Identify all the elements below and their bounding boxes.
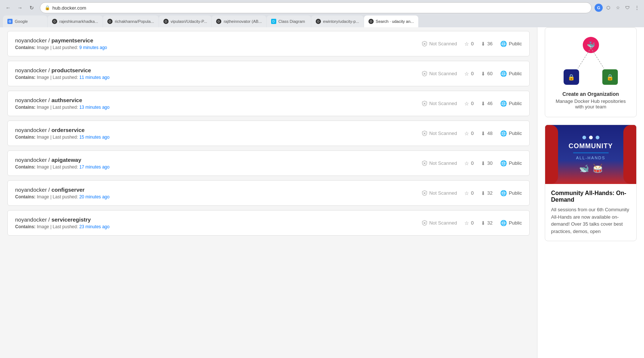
shield-x-icon	[422, 160, 427, 166]
repo-card-authservice[interactable]: noyandocker / authservice Contains: Imag…	[7, 91, 530, 116]
forward-button[interactable]: →	[15, 3, 25, 13]
globe-icon: 🌐	[500, 70, 507, 77]
shield-x-icon	[422, 131, 427, 136]
downloads-stat: ⬇ 36	[481, 41, 492, 47]
repo-meta-apigateway: Contains: Image | Last pushed: 17 minute…	[15, 164, 422, 170]
globe-icon: 🌐	[500, 220, 507, 226]
repo-card-apigateway[interactable]: noyandocker / apigateway Contains: Image…	[7, 150, 530, 176]
last-pushed-label: Last pushed:	[53, 105, 79, 110]
last-pushed-label: Last pushed:	[53, 224, 79, 229]
org-promo-card: 🐳 🔒 🔒 Create an	[545, 27, 637, 117]
stars-stat: ☆ 0	[464, 220, 474, 226]
browser-tabs: G Google ⊙ rajeshkumarkhadka... ⊙ richak…	[3, 15, 641, 27]
visibility-badge: 🌐 Public	[500, 70, 522, 77]
not-scanned-text: Not Scanned	[429, 190, 457, 196]
promo-image: 🐳 🔒 🔒	[553, 35, 629, 87]
not-scanned-badge: Not Scanned	[422, 71, 457, 77]
globe-icon: 🌐	[500, 100, 507, 107]
repo-card-orderservice[interactable]: noyandocker / orderservice Contains: Ima…	[7, 121, 530, 146]
page: noyandocker / paymentservice Contains: I…	[0, 27, 644, 358]
shield-x-icon	[422, 41, 427, 47]
visibility-text: Public	[509, 190, 522, 196]
main-content: noyandocker / paymentservice Contains: I…	[0, 27, 537, 358]
contains-label: Contains:	[15, 75, 37, 80]
repo-name-productservice: noyandocker / productservice	[15, 67, 422, 73]
back-button[interactable]: ←	[3, 3, 13, 13]
globe-icon: 🌐	[500, 190, 507, 197]
repo-meta-serviceregistry: Contains: Image | Last pushed: 23 minute…	[15, 224, 422, 229]
curtain-left	[545, 125, 558, 184]
tab-rajesh[interactable]: ⊙ rajeshkumarkhadka...	[48, 15, 103, 27]
repo-list: noyandocker / paymentservice Contains: I…	[7, 27, 530, 244]
repo-stats-serviceregistry: Not Scanned ☆ 0 ⬇ 32 🌐 Public	[422, 220, 522, 226]
not-scanned-text: Not Scanned	[429, 101, 457, 106]
tab-google[interactable]: G Google	[3, 15, 47, 27]
tab-label-classdiagram: Class Diagram	[278, 19, 307, 24]
not-scanned-text: Not Scanned	[429, 71, 457, 76]
repo-name-bold: paymentservice	[51, 37, 93, 44]
contains-value: Image	[37, 224, 49, 229]
repo-card-serviceregistry[interactable]: noyandocker / serviceregistry Contains: …	[7, 210, 530, 236]
shield-action-icon[interactable]: 🛡	[623, 4, 631, 12]
lock-icon: 🔒	[45, 5, 50, 10]
visibility-text: Public	[509, 41, 522, 46]
tab-favicon-gh1: ⊙	[52, 19, 57, 24]
repo-meta-productservice: Contains: Image | Last pushed: 11 minute…	[15, 75, 422, 80]
repo-stats-configserver: Not Scanned ☆ 0 ⬇ 32 🌐 Public	[422, 190, 522, 197]
repo-name-apigateway: noyandocker / apigateway	[15, 157, 422, 163]
downloads-stat: ⬇ 30	[481, 160, 492, 166]
downloads-stat: ⬇ 32	[481, 220, 492, 226]
stars-stat: ☆ 0	[464, 101, 474, 107]
repo-info-apigateway: noyandocker / apigateway Contains: Image…	[15, 157, 422, 170]
star-stat-icon: ☆	[464, 41, 469, 47]
star-icon[interactable]: ☆	[614, 4, 622, 12]
tab-favicon-google: G	[7, 19, 13, 24]
tab-active[interactable]: ⊙ Search · udacity an...	[364, 15, 418, 27]
address-bar[interactable]: 🔒 hub.docker.com	[40, 2, 592, 13]
stars-stat: ☆ 0	[464, 160, 474, 166]
star-stat-icon: ☆	[464, 71, 469, 77]
community-event-card: community ALL-HANDS 🐋 🥁 Community All-Ha…	[545, 125, 637, 241]
extensions-icon[interactable]: ⬡	[604, 4, 612, 12]
download-icon: ⬇	[481, 220, 485, 226]
community-banner: community ALL-HANDS 🐋 🥁	[545, 125, 636, 184]
download-icon: ⬇	[481, 160, 485, 166]
repo-card-paymentservice[interactable]: noyandocker / paymentservice Contains: I…	[7, 31, 530, 56]
repo-info-paymentservice: noyandocker / paymentservice Contains: I…	[15, 37, 422, 50]
contains-label: Contains:	[15, 194, 37, 199]
tab-rajtheinnovator[interactable]: ⊙ rajtheinnovator (AB...	[212, 15, 266, 27]
tab-favicon-gh2: ⊙	[107, 19, 112, 24]
tab-ewintory[interactable]: ⊙ ewintory/udacity-p...	[311, 15, 364, 27]
tab-richakhanna[interactable]: ⊙ richakhanna/Popula...	[103, 15, 158, 27]
google-icon[interactable]: G	[595, 4, 603, 12]
repo-name-bold: configserver	[51, 187, 84, 193]
tab-label-richakhanna: richakhanna/Popula...	[115, 19, 154, 24]
tab-classdiagram[interactable]: D Class Diagram	[267, 15, 311, 27]
push-time: 9 minutes ago	[79, 45, 107, 50]
tab-favicon-docker: D	[271, 19, 276, 24]
browser-actions: G ⬡ ☆ 🛡 ⋮	[595, 4, 641, 12]
repo-name-configserver: noyandocker / configserver	[15, 187, 422, 193]
repo-card-productservice[interactable]: noyandocker / productservice Contains: I…	[7, 61, 530, 86]
last-pushed-label: Last pushed:	[53, 135, 79, 140]
downloads-stat: ⬇ 60	[481, 71, 492, 77]
community-title: community	[569, 142, 613, 150]
download-icon: ⬇	[481, 190, 485, 196]
downloads-count: 32	[487, 220, 492, 226]
push-time: 20 minutes ago	[79, 194, 110, 199]
reload-button[interactable]: ↻	[27, 3, 37, 13]
tab-vipulasri[interactable]: ⊙ vipulasri/Udacity-P...	[159, 15, 212, 27]
download-icon: ⬇	[481, 101, 485, 107]
contains-label: Contains:	[15, 135, 37, 140]
downloads-count: 36	[487, 41, 492, 46]
more-icon[interactable]: ⋮	[633, 4, 641, 12]
repo-meta-paymentservice: Contains: Image | Last pushed: 9 minutes…	[15, 45, 422, 50]
repo-info-orderservice: noyandocker / orderservice Contains: Ima…	[15, 127, 422, 140]
downloads-stat: ⬇ 48	[481, 131, 492, 136]
repo-card-configserver[interactable]: noyandocker / configserver Contains: Ima…	[7, 180, 530, 206]
push-time: 23 minutes ago	[79, 224, 110, 229]
contains-value: Image	[37, 45, 49, 50]
contains-value: Image	[37, 105, 49, 110]
download-icon: ⬇	[481, 131, 485, 136]
shield-x-icon	[422, 71, 427, 77]
